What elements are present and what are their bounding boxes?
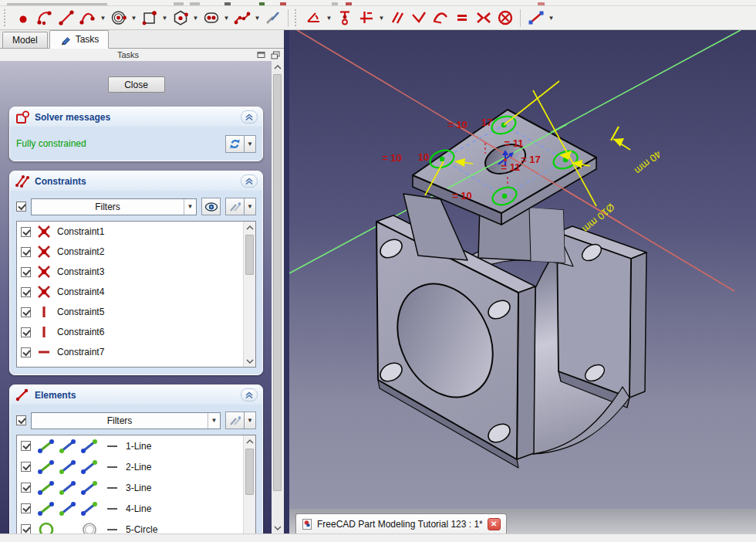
update-solver-button[interactable] (225, 135, 245, 153)
scrollbar-thumb[interactable] (273, 74, 282, 491)
scroll-up-icon[interactable] (244, 435, 256, 447)
vertical-horizontal-dropdown[interactable]: ▼ (377, 8, 386, 29)
constraint-label[interactable]: = 10 (452, 190, 472, 202)
show-constraints-button[interactable] (201, 198, 221, 215)
toggle-construction-button[interactable] (262, 8, 283, 29)
element-visible-checkbox[interactable] (21, 441, 31, 451)
solver-messages-header[interactable]: Solver messages (10, 107, 262, 127)
constraint-visible-checkbox[interactable] (21, 327, 31, 337)
constraint-row[interactable]: Constraint4 (17, 282, 242, 302)
element-row[interactable]: 5-Circle (17, 519, 242, 534)
tab-tasks[interactable]: Tasks (49, 30, 110, 49)
tasks-panel-scrollbar[interactable] (272, 61, 284, 534)
elements-settings-button[interactable] (225, 412, 245, 429)
elements-list-scrollbar[interactable] (243, 435, 255, 534)
bspline-dropdown[interactable]: ▼ (253, 8, 262, 29)
toolbar-grip[interactable] (4, 9, 8, 26)
scroll-down-icon[interactable] (272, 522, 284, 534)
element-visible-checkbox[interactable] (21, 462, 31, 472)
constrain-perpendicular-button[interactable] (408, 8, 429, 29)
dimension-dropdown[interactable]: ▼ (547, 8, 555, 29)
constrain-block-button[interactable] (494, 8, 515, 29)
arc-tool-button[interactable] (34, 8, 55, 29)
document-tab[interactable]: FreeCAD Part Modeling Tutorial 123 : 1* … (295, 513, 507, 534)
elements-filters-dropdown[interactable]: Filters ▼ (31, 412, 221, 429)
undock-panel-icon[interactable] (269, 50, 281, 59)
element-row[interactable]: 1-Line (17, 435, 242, 456)
elements-settings-dropdown[interactable]: ▼ (245, 412, 256, 429)
rectangle-tool-button[interactable] (139, 8, 160, 29)
polygon-dropdown[interactable]: ▼ (191, 8, 200, 29)
constrain-point-on-object-button[interactable] (334, 8, 355, 29)
dimension-tool-button[interactable] (525, 8, 546, 29)
collapse-solver-button[interactable] (241, 110, 258, 124)
width-dimension-label[interactable]: 40 mm (633, 148, 663, 177)
float-panel-icon[interactable] (255, 50, 267, 59)
collapse-constraints-button[interactable] (241, 174, 258, 188)
circle-tool-button[interactable] (108, 8, 129, 29)
bspline-tool-button[interactable] (231, 8, 252, 29)
scroll-up-icon[interactable] (244, 222, 256, 233)
constraint-label[interactable]: 17 (481, 117, 492, 128)
constraint-row[interactable]: Constraint6 (17, 322, 242, 342)
constraint-label[interactable]: = 11 (501, 161, 521, 173)
constraint-visible-checkbox[interactable] (21, 227, 31, 237)
element-row[interactable]: 2-Line (17, 456, 242, 477)
scrollbar-thumb[interactable] (245, 235, 254, 275)
constraints-settings-dropdown[interactable]: ▼ (245, 198, 256, 215)
polyline-tool-button[interactable] (77, 8, 98, 29)
constraint-label[interactable]: = 11 (505, 137, 524, 149)
toolbar-grip[interactable] (295, 9, 299, 26)
constrain-vertical-horizontal-button[interactable] (356, 8, 376, 29)
collapse-elements-button[interactable] (241, 388, 258, 401)
constraint-visible-checkbox[interactable] (21, 287, 31, 297)
constrain-parallel-button[interactable] (386, 8, 407, 29)
slot-dropdown[interactable]: ▼ (222, 8, 231, 29)
element-visible-checkbox[interactable] (21, 524, 31, 534)
constraint-label[interactable]: = 10 (447, 119, 467, 130)
close-task-button[interactable]: Close (108, 76, 165, 93)
element-row[interactable]: 4-Line (17, 498, 242, 519)
elements-filter-checkbox[interactable] (16, 415, 26, 425)
constraint-row[interactable]: Constraint2 (17, 242, 242, 262)
element-visible-checkbox[interactable] (21, 483, 31, 493)
circle-dropdown[interactable]: ▼ (130, 8, 138, 29)
constraints-header[interactable]: Constraints (10, 171, 262, 191)
polygon-tool-button[interactable] (170, 8, 191, 29)
constraint-label[interactable]: = 10 (382, 152, 402, 164)
constraint-label[interactable]: 10 (418, 151, 429, 163)
slot-tool-button[interactable] (201, 8, 221, 29)
constrain-auto-button[interactable] (303, 8, 324, 29)
constraints-list-scrollbar[interactable] (243, 222, 255, 367)
constraints-settings-button[interactable] (225, 198, 245, 215)
elements-header[interactable]: Elements (10, 385, 262, 405)
constraint-visible-checkbox[interactable] (21, 307, 31, 317)
rectangle-dropdown[interactable]: ▼ (160, 8, 169, 29)
constrain-tangent-button[interactable] (430, 8, 451, 29)
constraint-row[interactable]: Constraint5 (17, 302, 242, 322)
polyline-dropdown[interactable]: ▼ (99, 8, 107, 29)
constraints-filter-checkbox[interactable] (16, 202, 26, 212)
constraint-row[interactable]: Constraint1 (17, 222, 242, 242)
constraint-visible-checkbox[interactable] (21, 267, 31, 277)
element-visible-checkbox[interactable] (21, 503, 31, 513)
update-solver-dropdown[interactable]: ▼ (245, 135, 256, 153)
tab-model[interactable]: Model (2, 32, 48, 48)
constrain-symmetric-button[interactable] (473, 8, 494, 29)
constrain-equal-button[interactable] (451, 8, 472, 29)
point-tool-button[interactable] (12, 8, 33, 29)
scrollbar-thumb[interactable] (245, 449, 254, 495)
constrain-auto-dropdown[interactable]: ▼ (325, 8, 333, 29)
constraint-row[interactable]: Constraint7 (17, 342, 242, 362)
element-row[interactable]: 3-Line (17, 477, 242, 498)
constraint-visible-checkbox[interactable] (21, 347, 31, 357)
constraint-visible-checkbox[interactable] (21, 247, 31, 257)
constraint-label[interactable]: = 17 (521, 154, 541, 165)
constraint-row[interactable]: Constraint3 (17, 262, 242, 282)
constraints-filters-dropdown[interactable]: Filters ▼ (31, 198, 197, 215)
line-tool-button[interactable] (56, 8, 76, 29)
scroll-down-icon[interactable] (244, 355, 256, 367)
close-document-button[interactable]: ✕ (488, 518, 501, 530)
scroll-up-icon[interactable] (272, 61, 284, 73)
3d-viewport[interactable]: 40 mm Ø10 mm = 10 17 (289, 30, 756, 509)
